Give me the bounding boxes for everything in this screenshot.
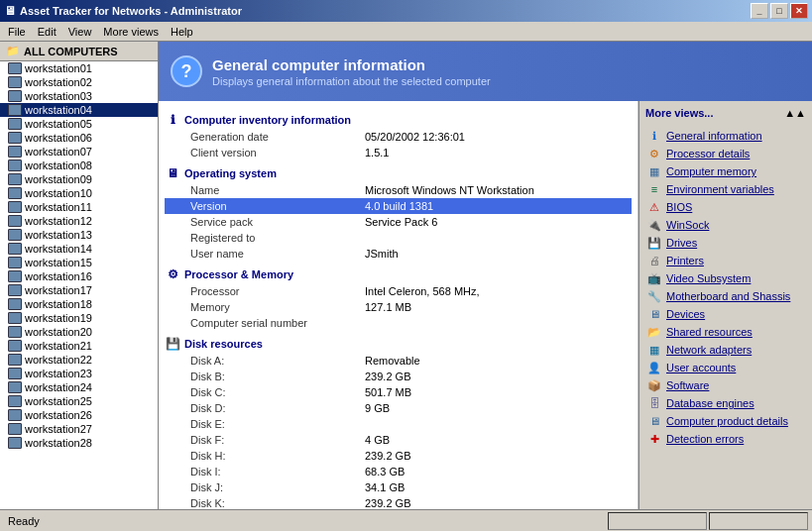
data-row[interactable]: Disk K:239.2 GB <box>165 495 632 509</box>
computer-item[interactable]: workstation08 <box>0 159 158 172</box>
computer-name: workstation20 <box>25 326 92 338</box>
computer-item[interactable]: workstation23 <box>0 367 158 380</box>
computer-name: workstation01 <box>25 62 92 74</box>
right-panel-item[interactable]: 📺Video Subsystem <box>643 269 808 287</box>
data-row[interactable]: Disk C:501.7 MB <box>165 384 632 400</box>
computer-item[interactable]: workstation01 <box>0 61 158 75</box>
right-panel-item[interactable]: ✚Detection errors <box>643 430 808 448</box>
data-row[interactable]: Disk J:34.1 GB <box>165 479 632 495</box>
data-label: Disk K: <box>167 497 365 509</box>
monitor-icon <box>8 132 22 144</box>
data-row[interactable]: Memory127.1 MB <box>165 299 632 315</box>
data-label: Computer serial number <box>167 317 365 329</box>
menu-view[interactable]: View <box>62 24 98 40</box>
computer-item[interactable]: workstation11 <box>0 200 158 214</box>
minimize-button[interactable]: _ <box>751 3 768 19</box>
computer-item[interactable]: workstation03 <box>0 89 158 103</box>
right-panel-item[interactable]: 📦Software <box>643 376 808 394</box>
computer-item[interactable]: workstation28 <box>0 436 158 450</box>
data-value: 239.2 GB <box>365 450 630 462</box>
data-row[interactable]: Service packService Pack 6 <box>165 214 632 230</box>
menu-edit[interactable]: Edit <box>32 24 62 40</box>
computer-item[interactable]: workstation09 <box>0 172 158 186</box>
data-row[interactable]: Generation date05/20/2002 12:36:01 <box>165 129 632 145</box>
data-row[interactable]: Disk B:239.2 GB <box>165 369 632 384</box>
right-item-icon: ≡ <box>646 182 662 196</box>
right-panel-item[interactable]: ▦Computer memory <box>643 162 808 180</box>
data-row[interactable]: Disk E: <box>165 416 632 432</box>
computer-item[interactable]: workstation10 <box>0 186 158 200</box>
right-panel-item[interactable]: 💾Drives <box>643 234 808 252</box>
right-panel-item[interactable]: ⚙Processor details <box>643 145 808 162</box>
right-panel-item[interactable]: ℹGeneral information <box>643 127 808 145</box>
data-row[interactable]: Client version1.5.1 <box>165 145 632 160</box>
computer-item[interactable]: workstation18 <box>0 297 158 311</box>
computer-item[interactable]: workstation17 <box>0 283 158 297</box>
status-panels <box>608 512 808 530</box>
right-item-label: Drives <box>666 237 697 249</box>
computer-item[interactable]: workstation26 <box>0 408 158 422</box>
computer-item[interactable]: workstation07 <box>0 145 158 159</box>
computer-item[interactable]: workstation16 <box>0 269 158 283</box>
computer-item[interactable]: workstation19 <box>0 311 158 325</box>
right-panel-item[interactable]: 🖨Printers <box>643 252 808 269</box>
data-row[interactable]: ProcessorIntel Celeron, 568 MHz, <box>165 283 632 299</box>
data-value: 9 GB <box>365 402 630 414</box>
section-icon-processor: ⚙ <box>165 267 180 281</box>
computer-item[interactable]: workstation14 <box>0 242 158 256</box>
computer-item[interactable]: workstation24 <box>0 380 158 394</box>
right-item-label: Computer memory <box>666 165 756 177</box>
monitor-icon <box>8 118 22 130</box>
right-panel-item[interactable]: 🔌WinSock <box>643 216 808 234</box>
computer-item[interactable]: workstation02 <box>0 75 158 89</box>
data-row[interactable]: Disk H:239.2 GB <box>165 448 632 464</box>
right-panel-item[interactable]: 🗄Database engines <box>643 394 808 412</box>
computer-name: workstation03 <box>25 90 92 102</box>
right-panel-item[interactable]: ▦Network adapters <box>643 341 808 359</box>
right-panel-item[interactable]: 👤User accounts <box>643 359 808 376</box>
data-row[interactable]: Computer serial number <box>165 315 632 331</box>
computer-item[interactable]: workstation12 <box>0 214 158 228</box>
collapse-button[interactable]: ▲▲ <box>784 107 806 119</box>
right-item-icon: 🗄 <box>646 396 662 410</box>
computer-item[interactable]: workstation21 <box>0 339 158 353</box>
computer-item[interactable]: workstation05 <box>0 117 158 131</box>
computer-item[interactable]: workstation22 <box>0 353 158 367</box>
maximize-button[interactable]: □ <box>770 3 788 19</box>
data-row[interactable]: Disk I:68.3 GB <box>165 464 632 479</box>
right-item-label: Detection errors <box>666 433 744 445</box>
computer-item[interactable]: workstation25 <box>0 394 158 408</box>
menu-more-views[interactable]: More views <box>97 24 165 40</box>
right-panel-item[interactable]: ≡Environment variables <box>643 180 808 198</box>
right-panel-item[interactable]: 🖥Computer product details <box>643 412 808 430</box>
monitor-icon <box>8 409 22 421</box>
right-item-label: Environment variables <box>666 183 774 195</box>
right-panel-item[interactable]: 📂Shared resources <box>643 323 808 341</box>
data-label: Disk A: <box>167 355 365 367</box>
window-controls: _ □ ✕ <box>751 3 808 19</box>
menu-help[interactable]: Help <box>165 24 199 40</box>
data-row[interactable]: NameMicrosoft Windows NT Workstation <box>165 182 632 198</box>
menu-file[interactable]: File <box>2 24 32 40</box>
computer-item[interactable]: workstation13 <box>0 228 158 242</box>
computer-item[interactable]: workstation15 <box>0 256 158 269</box>
computer-item[interactable]: workstation20 <box>0 325 158 339</box>
data-row[interactable]: User nameJSmith <box>165 246 632 262</box>
right-panel-item[interactable]: 🖥Devices <box>643 305 808 323</box>
data-row[interactable]: Disk A:Removable <box>165 353 632 369</box>
status-text: Ready <box>4 515 608 527</box>
computer-list[interactable]: workstation01workstation02workstation03w… <box>0 61 158 509</box>
data-row[interactable]: Disk F:4 GB <box>165 432 632 448</box>
computer-item[interactable]: workstation04 <box>0 103 158 117</box>
data-row[interactable]: Registered to <box>165 230 632 246</box>
computer-item[interactable]: workstation27 <box>0 422 158 436</box>
right-panel-item[interactable]: 🔧Motherboard and Shassis <box>643 287 808 305</box>
right-panel-item[interactable]: ⚠BIOS <box>643 198 808 216</box>
computer-name: workstation23 <box>25 368 92 379</box>
right-item-icon: 📦 <box>646 378 662 392</box>
close-button[interactable]: ✕ <box>790 3 808 19</box>
menu-bar: File Edit View More views Help <box>0 22 812 42</box>
data-row[interactable]: Version4.0 build 1381 <box>165 198 632 214</box>
computer-item[interactable]: workstation06 <box>0 131 158 145</box>
data-row[interactable]: Disk D:9 GB <box>165 400 632 416</box>
